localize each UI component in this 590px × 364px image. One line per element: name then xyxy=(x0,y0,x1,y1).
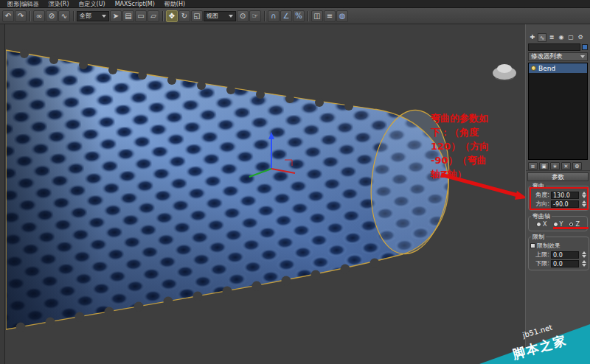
modifier-stack-item-bend[interactable]: Bend xyxy=(529,63,587,73)
upper-limit-row: 上限: 0.0 xyxy=(530,251,587,259)
dropdown-arrow-icon xyxy=(229,15,233,18)
main-toolbar: ↶ ↷ ∞ ⊘ ∿ 全部 ➤ ▤ ▭ ▱ ✥ ↻ ◱ 视图 ⊙ ☞ ∩ ∠ % … xyxy=(0,8,590,24)
select-and-move-icon[interactable]: ✥ xyxy=(166,10,178,22)
object-name-field[interactable] xyxy=(528,43,580,51)
select-and-scale-icon[interactable]: ◱ xyxy=(191,10,203,22)
tab-modify-icon[interactable]: ∿ xyxy=(538,33,546,42)
perspective-viewport[interactable]: 弯曲的参数如 下：（角度 120）（方向 -90）（弯曲 轴Z轴） xyxy=(0,24,525,364)
render-setup-icon[interactable]: ◍ xyxy=(336,10,348,22)
pin-stack-icon[interactable]: ≡ xyxy=(528,162,538,170)
menu-rendering[interactable]: 渲染(R) xyxy=(49,0,69,8)
annotation-highlight-box xyxy=(530,187,589,210)
toolbar-separator xyxy=(264,11,265,21)
lower-limit-spinner[interactable] xyxy=(580,260,587,267)
modifier-enabled-icon[interactable] xyxy=(531,66,536,71)
viewport-canvas xyxy=(6,24,525,364)
radio-icon xyxy=(536,222,541,227)
panel-spacer xyxy=(526,24,590,32)
toolbar-separator xyxy=(73,11,74,21)
annotation-line: 下：（角度 xyxy=(431,125,507,139)
tab-create-icon[interactable]: ✚ xyxy=(528,33,537,42)
annotation-line: 弯曲的参数如 xyxy=(431,111,507,125)
redo-icon[interactable]: ↷ xyxy=(15,10,27,22)
bind-to-spacewarp-icon[interactable]: ∿ xyxy=(58,10,70,22)
mirror-icon[interactable]: ◫ xyxy=(311,10,323,22)
upper-limit-field[interactable]: 0.0 xyxy=(551,251,579,259)
axis-x-radio[interactable]: X xyxy=(536,221,546,228)
dropdown-arrow-icon xyxy=(580,55,585,58)
reference-coordinate-dropdown[interactable]: 视图 xyxy=(204,11,236,21)
limit-effect-row: 限制效果 xyxy=(530,242,587,250)
make-unique-icon[interactable]: ∗ xyxy=(550,162,560,170)
configure-modifier-sets-icon[interactable]: ⚙ xyxy=(572,162,582,170)
menu-graph-editors[interactable]: 图形|编辑器 xyxy=(7,0,39,8)
command-panel-tabs: ✚ ∿ ≣ ◉ ▢ ⚙ xyxy=(526,32,590,43)
object-color-swatch[interactable] xyxy=(582,44,588,50)
bend-axis-title: 弯曲轴 xyxy=(531,212,552,220)
unlink-selection-icon[interactable]: ⊘ xyxy=(46,10,58,22)
toolbar-separator xyxy=(308,11,308,21)
align-icon[interactable]: ≡ xyxy=(324,10,336,22)
3dsmax-window: 图形|编辑器 渲染(R) 自定义(U) MAXScript(M) 帮助(H) ↶… xyxy=(0,0,590,364)
limits-title: 限制 xyxy=(531,233,546,241)
radio-icon xyxy=(553,222,558,227)
reference-coordinate-value: 视图 xyxy=(206,12,218,20)
menu-help[interactable]: 帮助(H) xyxy=(164,0,185,8)
annotation-line: -90）（弯曲 xyxy=(431,153,507,167)
modifier-stack[interactable]: Bend xyxy=(528,63,588,160)
tab-utilities-icon[interactable]: ⚙ xyxy=(576,33,585,42)
snap-toggle-icon[interactable]: ∩ xyxy=(268,10,280,22)
annotation-text: 弯曲的参数如 下：（角度 120）（方向 -90）（弯曲 轴Z轴） xyxy=(431,111,507,181)
modifier-list-dropdown[interactable]: 修改器列表 xyxy=(528,52,588,61)
toolbar-separator xyxy=(30,11,30,21)
toolbar-separator xyxy=(162,11,163,21)
menu-customize[interactable]: 自定义(U) xyxy=(79,0,105,8)
limit-effect-label: 限制效果 xyxy=(537,242,560,250)
parameters-rollout-header[interactable]: 参数 xyxy=(527,172,589,181)
radio-selected-icon xyxy=(569,222,574,227)
modifier-list-label: 修改器列表 xyxy=(531,52,563,61)
viewport-left-strip xyxy=(0,24,5,364)
upper-limit-label: 上限: xyxy=(530,251,549,259)
lower-limit-label: 下限: xyxy=(530,259,549,267)
limits-group: 限制 限制效果 上限: 0.0 下限: 0.0 xyxy=(528,233,589,270)
dropdown-arrow-icon xyxy=(102,15,106,18)
tab-hierarchy-icon[interactable]: ≣ xyxy=(547,33,556,42)
annotation-line: 轴Z轴） xyxy=(431,167,507,181)
angle-snap-icon[interactable]: ∠ xyxy=(280,10,292,22)
lower-limit-row: 下限: 0.0 xyxy=(530,259,587,267)
select-by-name-icon[interactable]: ▤ xyxy=(122,10,134,22)
use-pivot-center-icon[interactable]: ⊙ xyxy=(237,10,249,22)
show-end-result-icon[interactable]: ▣ xyxy=(539,162,549,170)
select-and-manipulate-icon[interactable]: ☞ xyxy=(249,10,261,22)
selection-filter-value: 全部 xyxy=(80,12,91,20)
axis-x-label: X xyxy=(543,221,546,228)
remove-modifier-icon[interactable]: ✕ xyxy=(561,162,571,170)
select-and-link-icon[interactable]: ∞ xyxy=(33,10,45,22)
percent-snap-icon[interactable]: % xyxy=(293,10,305,22)
bent-honeycomb-object[interactable] xyxy=(6,46,456,334)
limit-effect-checkbox[interactable] xyxy=(530,243,535,248)
tab-motion-icon[interactable]: ◉ xyxy=(557,33,566,42)
modifier-name: Bend xyxy=(538,65,555,72)
menu-bar: 图形|编辑器 渲染(R) 自定义(U) MAXScript(M) 帮助(H) xyxy=(0,0,590,8)
stack-toolbar: ≡ ▣ ∗ ✕ ⚙ xyxy=(526,161,590,171)
watermark: jb51.net 脚本之家 xyxy=(479,321,590,364)
annotation-line: 120）（方向 xyxy=(431,139,507,153)
annotation-underline xyxy=(553,227,589,229)
undo-icon[interactable]: ↶ xyxy=(2,10,14,22)
tab-display-icon[interactable]: ▢ xyxy=(566,33,575,42)
window-crossing-icon[interactable]: ▱ xyxy=(148,10,159,22)
lower-limit-field[interactable]: 0.0 xyxy=(551,260,579,267)
select-object-icon[interactable]: ➤ xyxy=(110,10,122,22)
viewport-widget-icon[interactable] xyxy=(493,64,516,80)
selection-filter-dropdown[interactable]: 全部 xyxy=(77,11,109,21)
object-name-row xyxy=(526,43,590,52)
select-and-rotate-icon[interactable]: ↻ xyxy=(178,10,190,22)
upper-limit-spinner[interactable] xyxy=(580,251,587,258)
selection-region-icon[interactable]: ▭ xyxy=(135,10,147,22)
menu-maxscript[interactable]: MAXScript(M) xyxy=(115,1,155,7)
